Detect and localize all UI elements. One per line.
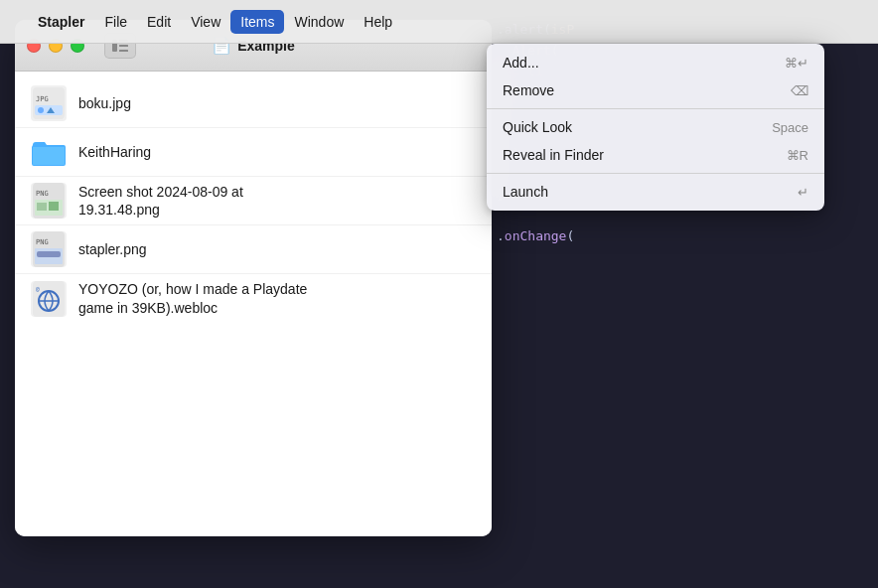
menu-separator-2 [487, 173, 824, 174]
menu-item-reveal[interactable]: Reveal in Finder ⌘R [487, 141, 824, 169]
menu-item-quicklook-shortcut: Space [772, 120, 808, 135]
menu-item-launch-shortcut: ↵ [798, 185, 808, 200]
menu-bar: Stapler File Edit View Items Window Help [0, 0, 878, 44]
file-icon-png: PNG [31, 183, 67, 219]
file-icon-png2: PNG [31, 231, 67, 267]
menu-item-quicklook[interactable]: Quick Look Space [487, 113, 824, 141]
menu-item-remove-shortcut: ⌫ [791, 83, 808, 98]
file-name: Screen shot 2024-08-09 at 19.31.48.png [78, 183, 243, 219]
list-item[interactable]: JPG boku.jpg [15, 79, 492, 128]
svg-text:JPG: JPG [36, 95, 49, 103]
file-name: boku.jpg [78, 94, 131, 112]
code-line-11: .onChange( [497, 226, 862, 247]
svg-rect-17 [37, 251, 61, 257]
file-list: JPG boku.jpg KeithHaring [15, 72, 492, 536]
file-menu-item[interactable]: File [94, 10, 137, 34]
menu-item-reveal-label: Reveal in Finder [503, 147, 604, 163]
file-name: YOYOZO (or, how I made a Playdate game i… [78, 280, 307, 316]
stapler-menu-item[interactable]: Stapler [28, 10, 94, 34]
edit-menu-item[interactable]: Edit [137, 10, 181, 34]
svg-rect-3 [119, 50, 128, 52]
items-menu-item[interactable]: Items [230, 10, 284, 34]
window-menu-item[interactable]: Window [284, 10, 354, 34]
items-dropdown-menu: Add... ⌘↵ Remove ⌫ Quick Look Space Reve… [487, 44, 824, 211]
menu-item-add-label: Add... [503, 55, 539, 71]
svg-rect-12 [37, 203, 47, 211]
svg-text:PNG: PNG [36, 238, 49, 246]
menu-item-quicklook-label: Quick Look [503, 119, 572, 135]
svg-point-7 [38, 107, 44, 113]
file-name: stapler.png [78, 240, 147, 258]
file-icon-webloc: @ [31, 281, 67, 317]
menu-item-launch-label: Launch [503, 184, 548, 200]
list-item[interactable]: PNG stapler.png [15, 225, 492, 274]
menu-item-add-shortcut: ⌘↵ [785, 56, 808, 71]
svg-rect-2 [119, 45, 128, 47]
menu-item-remove-label: Remove [503, 82, 554, 98]
file-icon-folder [31, 134, 67, 170]
help-menu-item[interactable]: Help [354, 10, 402, 34]
svg-text:PNG: PNG [36, 190, 49, 198]
file-name: KeithHaring [78, 143, 151, 161]
menu-item-remove[interactable]: Remove ⌫ [487, 76, 824, 104]
menu-item-add[interactable]: Add... ⌘↵ [487, 49, 824, 76]
menu-item-reveal-shortcut: ⌘R [787, 148, 808, 163]
svg-rect-13 [49, 202, 59, 211]
list-item[interactable]: @ YOYOZO (or, how I made a Playdate game… [15, 274, 492, 322]
list-item[interactable]: PNG Screen shot 2024-08-09 at 19.31.48.p… [15, 177, 492, 225]
apple-menu-item[interactable] [12, 18, 28, 26]
menu-separator-1 [487, 108, 824, 109]
menu-item-launch[interactable]: Launch ↵ [487, 178, 824, 206]
view-menu-item[interactable]: View [181, 10, 230, 34]
finder-window: 📄 Example JPG boku.jpg [15, 20, 492, 536]
list-item[interactable]: KeithHaring [15, 128, 492, 177]
file-icon-jpg: JPG [31, 85, 67, 121]
svg-text:@: @ [36, 285, 40, 292]
